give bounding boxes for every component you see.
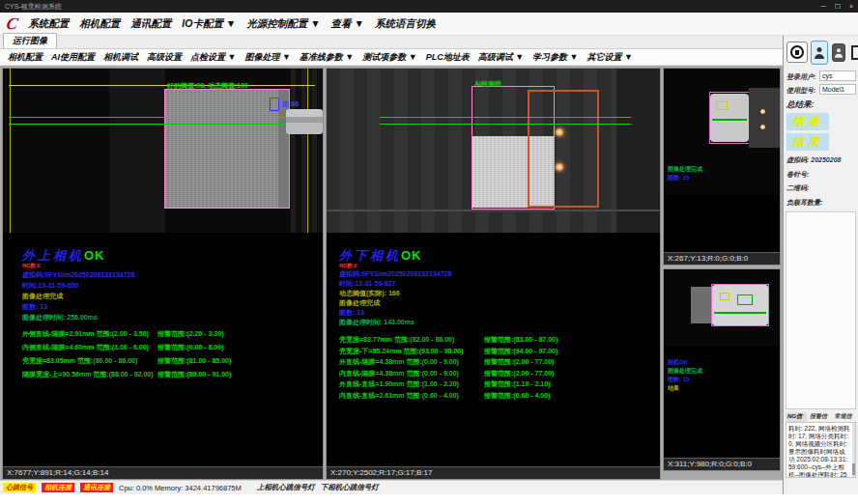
- result-list-box[interactable]: [786, 211, 856, 409]
- app-logo-icon: C: [5, 15, 19, 32]
- camera-title: 外下相机OK: [339, 248, 653, 263]
- measurement-value: 内侧直线-隔膜=4.60mm 范围:(3.00 - 6.00): [22, 343, 157, 356]
- measurement-value: 壳宽度=83.05mm 范围:(80.00 - 86.00): [22, 356, 157, 370]
- tool-ai-use-config[interactable]: AI使用配置: [51, 51, 95, 64]
- measurement-alarm: 报警范围:(89.00 - 91.00): [157, 370, 231, 383]
- gap-marker-label: 图:66: [282, 99, 299, 109]
- model-label: 使用型号:: [786, 86, 815, 96]
- thumb-line: 图数: 13: [668, 376, 702, 384]
- close-icon[interactable]: ×: [849, 3, 853, 11]
- measurement-value: 隔膜宽度-上=90.56mm 范围:(88.00 - 92.00): [22, 370, 157, 383]
- status-bar: 心跳信号 相机连接 通讯连接 Cpu: 0.0% Memory: 3424.41…: [0, 480, 783, 494]
- measurement-value: 外侧直线-隔膜=2.91mm 范围:(2.00 - 3.50): [22, 329, 157, 343]
- thumb-line: 结果: [668, 384, 702, 393]
- threshold-line: 动态阈值(实际): 166: [339, 289, 653, 298]
- measurement-alarm: 报警范围:(0.00 - 8.00): [157, 343, 223, 356]
- tool-learning-params[interactable]: 学习参数 ▼: [532, 51, 578, 64]
- measurement-list: 壳宽度=83.77mm 范围:(82.00 - 88.00)报警范围:(83.0…: [339, 335, 653, 402]
- tool-other-settings[interactable]: 其它设置 ▼: [587, 51, 633, 64]
- measurement-row: 隔膜宽度-上=90.56mm 范围:(88.00 - 92.00)报警范围:(8…: [22, 370, 317, 383]
- product-dark-side: [749, 88, 780, 148]
- gap-marker-box: [270, 98, 279, 111]
- winding-pin-label: 卷针号:: [786, 170, 809, 180]
- tab-strip: 运行图像: [0, 36, 783, 49]
- clamp-object: [286, 109, 323, 134]
- thumb-text-block: 相机OK 图像处理完成 图数: 13 结果: [668, 358, 702, 393]
- tab-count-label: 负极耳数量:: [786, 198, 822, 208]
- measurement-list: 外侧直线-隔膜=2.91mm 范围:(2.00 - 3.50)报警范围:(2.2…: [22, 329, 317, 383]
- operator-icon: [835, 48, 843, 58]
- camera-name: 外上相机: [22, 248, 84, 263]
- login-user-field[interactable]: cys: [819, 70, 856, 81]
- main-area: 好的阈值:93, 动态阈值:100 图:66 外上相机OK NG数:0 虚拟码:…: [0, 66, 783, 480]
- cpu-memory-readout: Cpu: 0.0% Memory: 3424.41796875M: [119, 484, 242, 492]
- baseline-green: [712, 119, 747, 121]
- tool-camera-config[interactable]: 相机配置: [8, 51, 43, 64]
- pause-button[interactable]: [786, 42, 808, 63]
- ai-detect-label: AI检测框: [474, 79, 501, 89]
- menu-camera-config[interactable]: 相机配置: [79, 17, 120, 31]
- pixel-coords-readout: X:7677;Y:891;R:14;G:14;B:14: [3, 466, 323, 479]
- exit-door-icon: [851, 45, 858, 60]
- exit-button[interactable]: [848, 42, 858, 64]
- comm-connect-badge: 通讯连接: [80, 483, 113, 492]
- log-output[interactable]: 耗时: 222, 网络检测耗时: 17, 网络分类耗时: 0, 网络视频分区耗时…: [786, 422, 856, 478]
- tab-run-image[interactable]: 运行图像: [3, 33, 57, 48]
- highlight-dot: [760, 125, 765, 129]
- image-shading: [616, 69, 660, 233]
- tool-spot-check[interactable]: 点检设置 ▼: [190, 51, 236, 64]
- tool-image-processing[interactable]: 图像处理 ▼: [244, 51, 290, 64]
- baseline-green: [714, 312, 766, 314]
- thumb-text-block: 图像处理完成 图数: 13: [668, 165, 702, 182]
- tool-advanced-settings[interactable]: 高级设置: [147, 51, 182, 64]
- log-scrollbar-thumb[interactable]: [852, 463, 855, 475]
- camera-image-thumb-bottom[interactable]: [664, 269, 780, 347]
- camera-result: OK: [401, 248, 422, 263]
- tool-advanced-debug[interactable]: 高级调试 ▼: [478, 51, 524, 64]
- roi-box-yellow: [716, 101, 728, 110]
- measurement-alarm: 报警范围:(2.20 - 3.30): [157, 329, 223, 343]
- camera-title: 外上相机OK: [22, 248, 317, 263]
- frame-count-line: 图数: 13: [339, 308, 653, 318]
- measurement-row: 壳宽度=83.77mm 范围:(82.00 - 88.00)报警范围:(83.0…: [339, 335, 653, 347]
- process-time-line: 图像处理时间: 143.00ms: [339, 318, 653, 327]
- titlebar: CYS-视觉检测系统 ─ ☐ ×: [0, 0, 858, 13]
- tool-baseline-params[interactable]: 基准线参数 ▼: [300, 51, 354, 64]
- camera-panel-upper-outer: 好的阈值:93, 动态阈值:100 图:66 外上相机OK NG数:0 虚拟码:…: [2, 68, 324, 480]
- baseline-green: [9, 117, 316, 118]
- menu-view[interactable]: 查看 ▼: [331, 17, 364, 31]
- model-field[interactable]: Model1: [819, 84, 856, 95]
- user-mode-button[interactable]: [811, 41, 828, 65]
- maximize-icon[interactable]: ☐: [835, 3, 841, 11]
- user-icon: [815, 47, 824, 59]
- camera-connect-badge: 相机连接: [42, 483, 74, 492]
- menu-system-config[interactable]: 系统配置: [28, 17, 69, 31]
- operator-mode-button[interactable]: [832, 43, 845, 62]
- menu-language-switch[interactable]: 系统语言切换: [375, 17, 436, 31]
- measurement-row: 外直线-直线=1.90mm 范围:(1.00 - 2.20)报警范围:(1.10…: [339, 379, 653, 391]
- menu-light-config[interactable]: 光源控制配置 ▼: [246, 17, 320, 31]
- side-control-panel: 登录用户: cys 使用型号: Model1 总结果: 结果 结果 虚拟码: 2…: [783, 36, 858, 494]
- measurement-row: 内直线-直线=2.61mm 范围:(0.60 - 4.00)报警范围:(0.60…: [339, 391, 653, 403]
- menu-io-config[interactable]: IO卡配置 ▼: [182, 17, 236, 31]
- result-box-2: 结果: [786, 133, 829, 151]
- camera-image-upper-outer[interactable]: 好的阈值:93, 动态阈值:100 图:66: [3, 69, 323, 233]
- process-time-line: 图像处理时间: 256.00ms: [22, 312, 317, 322]
- log-text: 耗时: 222, 网络检测耗时: 17, 网络分类耗时: 0, 网络视频分区耗时…: [788, 425, 850, 478]
- tool-camera-debug[interactable]: 相机调试: [103, 51, 138, 64]
- measurement-value: 壳宽度=83.77mm 范围:(82.00 - 88.00): [339, 335, 484, 347]
- measurement-alarm: 报警范围:(81.00 - 85.00): [157, 356, 231, 370]
- window-title: CYS-视觉检测系统: [5, 2, 62, 12]
- product-thumb: [691, 285, 768, 325]
- measurement-alarm: 报警范围:(83.00 - 87.00): [484, 335, 558, 347]
- minimize-icon[interactable]: ─: [821, 3, 826, 11]
- log-scrollbar[interactable]: [852, 423, 855, 477]
- tool-test-params[interactable]: 测试项参数 ▼: [362, 51, 416, 64]
- frame-count-line: 图数: 13: [22, 301, 317, 312]
- camera-image-lower-outer[interactable]: AI检测框: [327, 69, 660, 233]
- menu-comm-config[interactable]: 通讯配置: [130, 17, 171, 31]
- measurement-value: 外直线-直线=1.90mm 范围:(1.00 - 2.20): [339, 379, 484, 391]
- machine-edge: [327, 210, 660, 211]
- measurement-row: 壳宽度-下=95.24mm 范围:(93.00 - 98.00)报警范围:(94…: [339, 347, 653, 358]
- tool-plc-address[interactable]: PLC地址表: [426, 51, 470, 64]
